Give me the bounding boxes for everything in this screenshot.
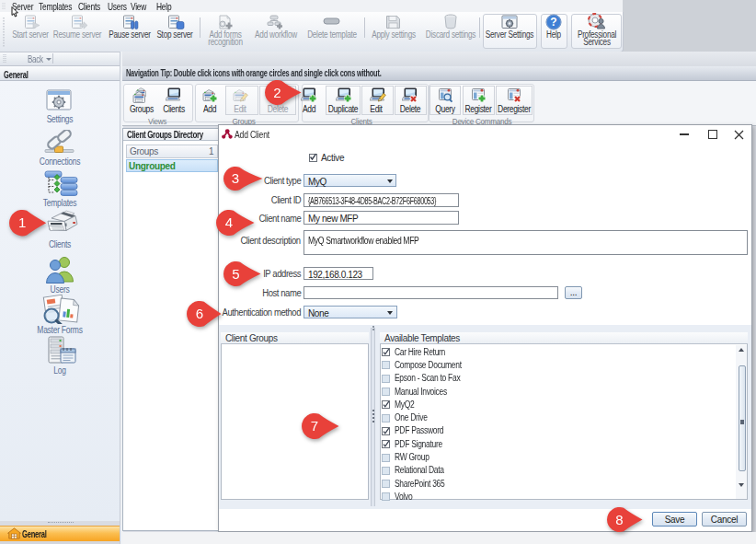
svg-text:8: 8 (615, 512, 623, 527)
svg-text:6: 6 (196, 306, 203, 321)
svg-text:5: 5 (232, 266, 239, 282)
svg-text:?: ? (550, 16, 556, 29)
svg-text:2: 2 (273, 85, 281, 100)
svg-text:4: 4 (224, 214, 232, 230)
svg-text:1: 1 (18, 215, 26, 231)
svg-text:7: 7 (310, 418, 317, 434)
svg-text:3: 3 (231, 170, 238, 186)
